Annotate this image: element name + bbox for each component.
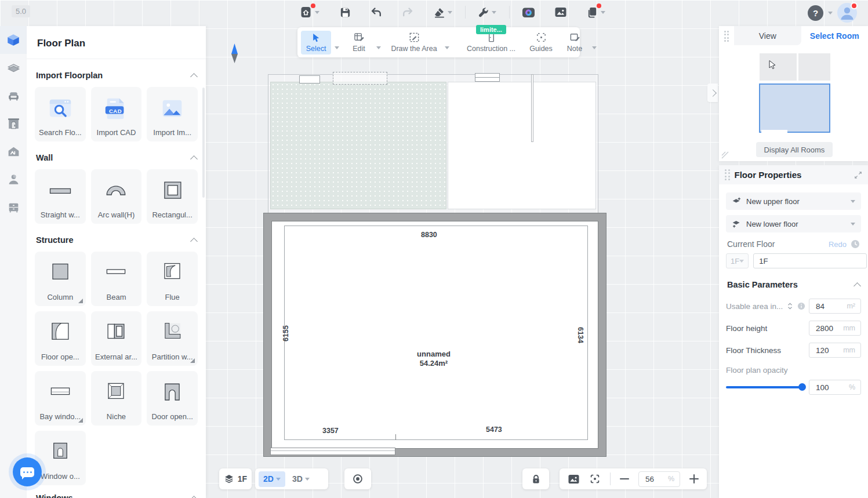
redo-link[interactable]: Redo <box>829 240 847 249</box>
card-partition-wall[interactable]: Partition w... <box>147 311 198 366</box>
display-all-rooms-button[interactable]: Display All Rooms <box>756 142 833 157</box>
floor-thickness-field[interactable]: mm <box>809 343 861 358</box>
rail-item-layout[interactable] <box>0 54 27 82</box>
card-straight-wall[interactable]: Straight w... <box>35 169 86 224</box>
construction-tool[interactable]: limite... Construction ... <box>461 31 521 54</box>
card-floor-opening[interactable]: Floor ope... <box>35 311 86 366</box>
card-rectangular-room[interactable]: Rectangul... <box>147 169 198 224</box>
eraser-button[interactable] <box>432 5 446 19</box>
rail-item-ai-design[interactable] <box>0 137 27 165</box>
collapse-chevron-icon[interactable] <box>190 155 198 163</box>
gallery-button[interactable] <box>554 5 568 19</box>
opacity-input[interactable] <box>815 383 840 392</box>
new-upper-floor-button[interactable]: New upper floor <box>726 192 861 210</box>
section-structure[interactable]: Structure <box>36 235 197 245</box>
card-import-cad[interactable]: CAD Import CAD <box>91 87 142 141</box>
usable-area-field[interactable]: m² <box>809 299 861 314</box>
select-tool[interactable]: Select <box>301 31 331 54</box>
eraser-caret-icon[interactable] <box>448 11 452 14</box>
draw-area-tool[interactable]: Draw the Area <box>387 31 441 54</box>
opacity-slider-knob[interactable] <box>798 383 806 391</box>
note-tool[interactable]: Note <box>561 31 589 54</box>
basic-parameters-header[interactable]: Basic Parameters <box>727 280 860 289</box>
panel-scrollbar[interactable] <box>202 88 205 198</box>
room-thumbnail[interactable] <box>798 53 830 81</box>
save-button[interactable] <box>338 5 352 19</box>
usable-area-input[interactable] <box>815 301 840 311</box>
tools-caret-icon[interactable] <box>492 11 496 14</box>
home-button[interactable] <box>299 5 313 19</box>
section-wall[interactable]: Wall <box>36 153 197 162</box>
history-clock-icon[interactable] <box>851 239 860 249</box>
room-thumbnail[interactable] <box>760 53 797 81</box>
card-bay-window[interactable]: Bay windo... <box>35 371 86 426</box>
opacity-field[interactable]: % <box>809 380 861 395</box>
lock-button[interactable] <box>522 468 549 489</box>
chat-support-button[interactable] <box>13 457 42 486</box>
background-image-button[interactable] <box>568 474 580 485</box>
card-import-image[interactable]: Import Im... <box>147 87 198 141</box>
floor-height-input[interactable] <box>815 323 840 333</box>
avatar[interactable] <box>837 3 857 23</box>
rail-item-account[interactable] <box>0 165 27 193</box>
room-label[interactable]: unnamed 54.24m² <box>400 350 467 368</box>
draw-area-caret-icon[interactable] <box>445 46 449 49</box>
mode-2d-button[interactable]: 2D <box>259 471 285 487</box>
new-lower-floor-button[interactable]: New lower floor <box>726 215 861 232</box>
tab-select-room[interactable]: Select Room <box>801 26 868 45</box>
card-arc-wall[interactable]: Arc wall(H) <box>91 169 142 224</box>
collapse-chevron-icon[interactable] <box>190 496 198 498</box>
floor-name-input[interactable] <box>753 253 867 268</box>
zoom-input[interactable] <box>644 474 664 484</box>
zoom-in-button[interactable] <box>689 474 699 484</box>
rail-item-floorplan[interactable] <box>0 26 27 54</box>
zoom-level-field[interactable]: % <box>638 471 680 487</box>
collapse-chevron-icon[interactable] <box>854 282 861 290</box>
info-icon[interactable] <box>797 302 805 310</box>
drag-handle-icon[interactable] <box>724 31 729 42</box>
undo-button[interactable] <box>369 5 383 19</box>
lower-floor-caret-icon[interactable] <box>851 223 855 226</box>
card-beam[interactable]: Beam <box>91 252 142 306</box>
redo-button[interactable] <box>401 5 415 19</box>
mode-3d-button[interactable]: 3D <box>292 474 310 484</box>
edit-tool[interactable]: Edit <box>345 31 373 54</box>
copy-document-button[interactable] <box>585 5 599 19</box>
fit-view-button[interactable] <box>589 473 601 485</box>
rail-item-furniture[interactable] <box>0 82 27 110</box>
card-door-opening[interactable]: Door open... <box>147 371 198 426</box>
tab-view[interactable]: View <box>734 26 801 45</box>
card-search-floorplan[interactable]: Search Flo... <box>35 87 86 141</box>
rail-item-cabinet[interactable] <box>0 193 27 221</box>
opacity-slider[interactable] <box>726 386 802 388</box>
help-button[interactable]: ? <box>808 5 823 21</box>
collapse-chevron-icon[interactable] <box>190 73 198 81</box>
upper-floor-caret-icon[interactable] <box>851 200 855 203</box>
resize-handle-icon[interactable] <box>721 151 729 159</box>
drag-handle-icon[interactable] <box>725 169 730 181</box>
stepper-icon[interactable] <box>786 302 794 310</box>
card-external-arch[interactable]: External ar... <box>91 311 142 366</box>
camera-button[interactable] <box>521 5 535 19</box>
note-caret-icon[interactable] <box>592 46 597 49</box>
copy-caret-icon[interactable] <box>601 11 605 14</box>
section-windows[interactable]: Windows <box>36 493 197 498</box>
floor-thickness-input[interactable] <box>815 346 840 355</box>
home-caret-icon[interactable] <box>315 11 319 14</box>
card-flue[interactable]: Flue <box>147 252 198 306</box>
floor-height-field[interactable]: mm <box>809 321 861 336</box>
floor-switcher[interactable]: 1F <box>219 468 252 489</box>
select-caret-icon[interactable] <box>335 46 339 49</box>
section-import-floorplan[interactable]: Import Floorplan <box>36 71 197 80</box>
visibility-button[interactable] <box>344 468 371 489</box>
help-caret-icon[interactable] <box>828 12 833 14</box>
floor-select[interactable]: 1F <box>726 253 749 268</box>
card-column[interactable]: Column <box>35 252 86 306</box>
room-thumbnail-selected[interactable] <box>759 83 830 133</box>
guides-tool[interactable]: Guides <box>527 31 555 54</box>
card-niche[interactable]: Niche <box>91 371 142 426</box>
rail-item-doors-windows[interactable] <box>0 110 27 137</box>
door-element[interactable] <box>270 448 395 455</box>
edit-caret-icon[interactable] <box>376 46 381 49</box>
panel-collapse-tab[interactable] <box>707 83 718 102</box>
